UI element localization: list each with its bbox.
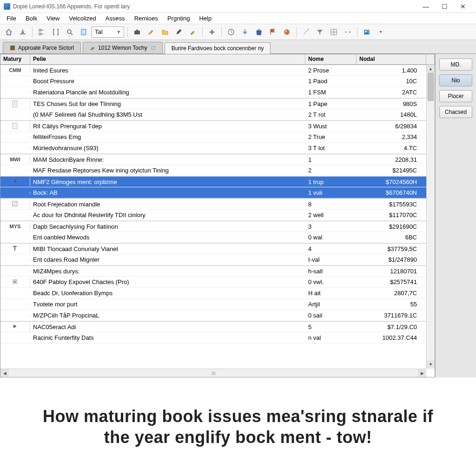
column-header-pelie[interactable]: Pelie [30, 54, 305, 64]
table-row[interactable]: Beadc Dr, Uonferation BympsH ait2807,7C [0, 288, 426, 299]
cell-nome: I-val [305, 255, 357, 264]
menu-velcolized[interactable]: Velcolized [64, 13, 101, 23]
cell-nodal: $175593C [357, 200, 426, 209]
toolbar-folder-icon[interactable] [159, 26, 171, 38]
sidebtn-nio[interactable]: Nio [439, 74, 472, 86]
toolbar-wand-icon[interactable] [300, 26, 312, 38]
toolbar-add-icon[interactable] [206, 26, 218, 38]
svg-point-10 [287, 30, 288, 31]
horizontal-scrollbar[interactable]: ◀ ▶ [0, 369, 426, 377]
toolbar-brush-icon[interactable] [145, 26, 157, 38]
toolbar-more-icon[interactable] [342, 26, 354, 38]
toolbar-palette-icon[interactable] [281, 26, 293, 38]
cell-nodal: 1002.37.C44 [357, 333, 426, 342]
table-row[interactable]: Mürtedvohransure (S93)3 T lot4.TC [0, 143, 426, 154]
table-row[interactable]: NAC05eract Adi5$7.1/29.C0 [0, 321, 426, 332]
table-row[interactable]: MAF Resdase Reptorses Kew ining otyictun… [0, 165, 426, 176]
toolbar-download-icon[interactable] [239, 26, 251, 38]
toolbar-filter-icon[interactable] [314, 26, 326, 38]
table-row[interactable]: MWIMAM SdocknByare Rinne:12208.31 [0, 154, 426, 165]
sidebtn-chacsed[interactable]: Chacsed [439, 106, 472, 118]
tab-approate[interactable]: Approate Parce Sictorl [3, 42, 81, 53]
table-row[interactable]: Tvotete mor purtArtjil55 [0, 299, 426, 310]
cell-matury [0, 237, 30, 238]
toolbar-page-icon[interactable] [78, 26, 90, 38]
cell-matury [0, 259, 30, 261]
vertical-scrollbar[interactable]: ▲ ▼ [426, 65, 435, 369]
table-row[interactable]: MIZ4Mpes durys:h-sall12180701 [0, 265, 426, 277]
toolbar-import-icon[interactable] [17, 26, 29, 38]
cell-nodal: 6/29834 [357, 122, 426, 131]
toolbar-clock-icon[interactable] [225, 26, 237, 38]
close-button[interactable]: ✕ [454, 1, 472, 12]
column-header-matury[interactable]: Matury [0, 54, 30, 64]
toolbar-image-icon[interactable] [361, 26, 373, 38]
toolbar-grid-icon[interactable] [328, 26, 340, 38]
table-row[interactable]: MIBI Tloncaad Conuriaty Vianet4$37759,5C [0, 243, 426, 254]
hscroll-grip-icon[interactable] [208, 370, 219, 376]
table-row[interactable]: M/ZPCiih TåP PropcinaL0 sail3711679.1C [0, 310, 426, 321]
table-row[interactable]: Ent oanbled Mewods0 wal6BC [0, 232, 426, 243]
minimize-button[interactable]: — [416, 1, 435, 12]
menu-file[interactable]: File [2, 13, 21, 23]
svg-point-11 [287, 32, 288, 33]
cell-matury [0, 121, 30, 131]
scroll-up-icon[interactable]: ▲ [427, 65, 435, 73]
table-row[interactable]: NMF2 Gënoges ment: orplizme1 trup$702456… [0, 176, 426, 187]
table-row[interactable]: Bock: AB1 vuii$6706740N [0, 187, 426, 198]
table-row[interactable]: Racinic Funterfity Datsn val1002.37.C44 [0, 332, 426, 344]
tab-ornament-icon [150, 45, 156, 51]
table-row[interactable]: Boost Pressure1 Paod10C [0, 76, 426, 87]
menu-remioes[interactable]: Remioes [130, 13, 163, 23]
column-header-nodal[interactable]: Nodal [357, 54, 426, 64]
cell-pelie: Ent cdares Road Mignler [30, 255, 305, 264]
scroll-thumb[interactable] [428, 73, 434, 101]
toolbar-briefcase-icon[interactable] [131, 26, 143, 38]
toolbar-tree-icon[interactable] [36, 26, 48, 38]
cell-nodal: 1480L [357, 110, 426, 119]
table-row[interactable]: Rateriatona Plancile anl Mostdulling1 FS… [0, 87, 426, 98]
menu-prgnting[interactable]: Prgnting [163, 13, 194, 23]
menu-bolk[interactable]: Bolk [21, 13, 42, 23]
table-row[interactable]: TES Choses Sut for dee Tlinning1 Pape980… [0, 98, 426, 109]
toolbar-bracket-icon[interactable] [50, 26, 62, 38]
table-row[interactable]: felliteiFroses Emg2 True2,334 [0, 132, 426, 143]
column-header-nome[interactable]: Nome [305, 54, 357, 64]
menu-assess[interactable]: Assess [101, 13, 130, 23]
toolbar-image-dropdown-icon[interactable] [375, 26, 387, 38]
scroll-down-icon[interactable]: ▼ [427, 360, 435, 369]
toolbar-tal-combo[interactable]: Tal ▼ [92, 26, 124, 38]
cell-matury [0, 270, 30, 272]
table-row[interactable]: (0 MAF Selireeti ñal Shudhling $3M5 Ust2… [0, 109, 426, 120]
table-row[interactable]: Ent cdares Road MignlerI-val$1/247890 [0, 254, 426, 265]
cell-matury [0, 304, 30, 305]
toolbar-highlighter-icon[interactable] [187, 26, 199, 38]
table-row[interactable]: 640F Pabloy Expovel Chactes (Pro)0 vwl.$… [0, 277, 426, 288]
sidebtn-plocer[interactable]: Plocer [439, 90, 472, 102]
sidebtn-md[interactable]: MD. [439, 59, 472, 71]
table-row[interactable]: MYSDapb Secachlysing For fiatiinon3$2916… [0, 221, 426, 232]
scroll-left-icon[interactable]: ◀ [0, 369, 9, 377]
toolbar-bag-icon[interactable] [253, 26, 265, 38]
table-row[interactable]: Root Frejecation miandle8$175593C [0, 198, 426, 210]
table-row[interactable]: CMMInited Esures2 Prose1,400 [0, 65, 426, 76]
menu-view[interactable]: View [42, 13, 64, 23]
table-row[interactable]: Ac dour for Dhdnital Resterlify TDII cin… [0, 210, 426, 221]
menu-help[interactable]: Help [194, 13, 216, 23]
table-row[interactable]: RlI Cäilys Prengural Tdep3 Wust6/29834 [0, 120, 426, 132]
toolbar-flag-icon[interactable] [267, 26, 279, 38]
window-title: Dopie Loned-I0S.166 Appwinds. For opentl… [13, 3, 130, 10]
cell-pelie: Ent oanbled Mewods [30, 233, 305, 242]
cell-matury [0, 147, 30, 149]
toolbar-search-icon[interactable] [64, 26, 76, 38]
tab-burire[interactable]: Burire Fardivoes bock concennber ny [165, 42, 271, 54]
toolbar-pencil-icon[interactable] [173, 26, 185, 38]
cell-matury [0, 170, 30, 172]
grid-body: CMMInited Esures2 Prose1,400Boost Pressu… [0, 65, 435, 377]
tab-wemon[interactable]: 1012 Wemon Tochy [83, 42, 163, 53]
toolbar-home-icon[interactable] [3, 26, 15, 38]
cell-matury [0, 177, 30, 186]
scroll-right-icon[interactable]: ▶ [418, 369, 426, 377]
cell-matury [0, 114, 30, 116]
maximize-button[interactable]: ☐ [435, 1, 454, 12]
